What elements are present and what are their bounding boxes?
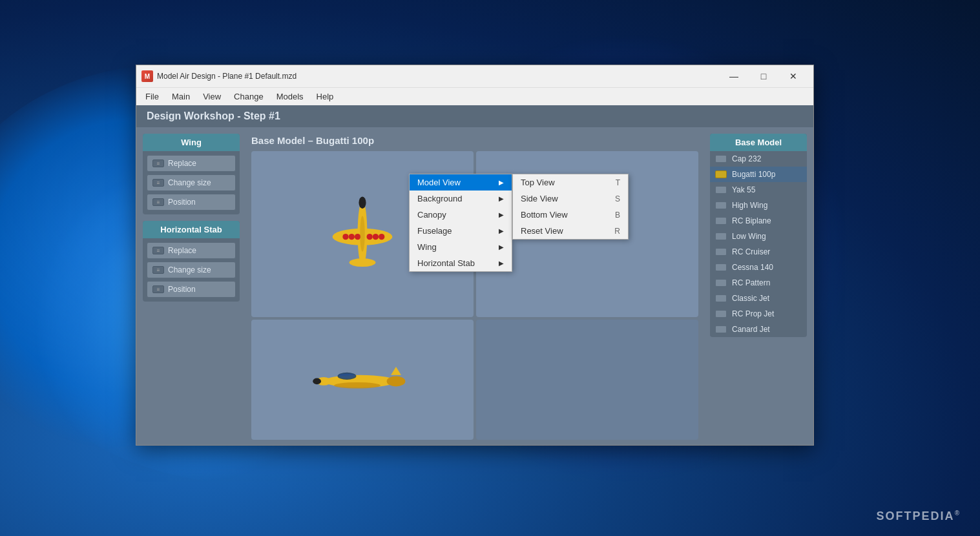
side-view-cell	[251, 320, 474, 440]
model-list-item-lowwing[interactable]: Low Wing	[710, 229, 807, 244]
window-controls: — □ ✕	[719, 65, 808, 87]
svg-point-5	[355, 234, 360, 240]
model-label-classicjet: Classic Jet	[732, 294, 769, 303]
model-icon-highwing	[715, 201, 727, 209]
minimize-button[interactable]: —	[719, 65, 749, 87]
hstab-changesize-button[interactable]: Change size	[147, 262, 236, 278]
bottom-right-cell	[476, 151, 698, 317]
empty-cell	[476, 320, 698, 440]
top-view-cell	[251, 151, 474, 317]
model-label-canardjet: Canard Jet	[732, 325, 770, 334]
model-list-item-rcbiplane[interactable]: RC Biplane	[710, 213, 807, 229]
svg-point-9	[349, 258, 376, 267]
base-model-box: Base Model Cap 232Bugatti 100pYak 55High…	[710, 134, 807, 337]
softpedia-watermark: SOFTPEDIA®	[877, 510, 961, 523]
menu-bar: File Main View Change Models Help	[136, 87, 813, 105]
menu-change[interactable]: Change	[227, 89, 270, 104]
model-icon-cessna140	[715, 263, 727, 271]
wing-section: Wing Replace Change size Position	[143, 134, 240, 214]
model-list-item-bugatti100p[interactable]: Bugatti 100p	[710, 167, 807, 182]
model-list: Cap 232Bugatti 100pYak 55High WingRC Bip…	[710, 151, 807, 337]
horizontal-stab-header: Horizontal Stab	[143, 221, 240, 238]
model-label-rcbiplane: RC Biplane	[732, 216, 771, 225]
left-panel: Wing Replace Change size Position	[136, 127, 246, 445]
model-icon-rcbiplane	[715, 217, 727, 225]
model-list-item-classicjet[interactable]: Classic Jet	[710, 291, 807, 306]
svg-marker-14	[391, 367, 401, 375]
svg-point-1	[359, 197, 366, 209]
model-icon-lowwing	[715, 232, 727, 240]
base-model-header: Base Model	[710, 134, 807, 151]
hstab-replace-icon	[152, 247, 164, 254]
close-button[interactable]: ✕	[778, 65, 808, 87]
preview-grid	[251, 151, 698, 440]
wing-buttons: Replace Change size Position	[143, 151, 240, 214]
menu-view[interactable]: View	[196, 89, 227, 104]
model-label-yak55: Yak 55	[732, 185, 755, 194]
model-list-item-yak55[interactable]: Yak 55	[710, 182, 807, 198]
wing-replace-icon	[152, 160, 164, 167]
model-label-bugatti100p: Bugatti 100p	[732, 170, 775, 179]
svg-point-10	[360, 216, 364, 252]
model-icon-yak55	[715, 186, 727, 194]
model-label-rcpattern: RC Pattern	[732, 278, 770, 287]
model-icon-rcpropjet	[715, 310, 727, 318]
model-icon-rcpattern	[715, 279, 727, 287]
plane-side-view	[311, 360, 414, 399]
wing-section-header: Wing	[143, 134, 240, 151]
svg-point-7	[373, 234, 379, 240]
maximize-button[interactable]: □	[749, 65, 778, 87]
svg-point-3	[342, 234, 348, 240]
window-title: Model Air Design - Plane #1 Default.mzd	[157, 72, 719, 81]
model-icon-canardjet	[715, 325, 727, 333]
step-header: Design Workshop - Step #1	[136, 105, 813, 127]
wing-changesize-icon	[152, 179, 164, 187]
hstab-changesize-icon	[152, 266, 164, 274]
svg-point-16	[334, 382, 381, 389]
model-list-item-highwing[interactable]: High Wing	[710, 198, 807, 213]
model-list-item-rcpattern[interactable]: RC Pattern	[710, 275, 807, 291]
wing-position-button[interactable]: Position	[147, 194, 236, 211]
menu-help[interactable]: Help	[310, 89, 340, 104]
model-list-item-rccruiser[interactable]: RC Cruiser	[710, 244, 807, 260]
model-list-item-rcpropjet[interactable]: RC Prop Jet	[710, 306, 807, 322]
wing-replace-button[interactable]: Replace	[147, 155, 236, 172]
horizontal-stab-buttons: Replace Change size Position	[143, 238, 240, 302]
horizontal-stab-section: Horizontal Stab Replace Change size P	[143, 221, 240, 302]
main-layout: Wing Replace Change size Position	[136, 127, 813, 445]
menu-models[interactable]: Models	[270, 89, 310, 104]
svg-point-4	[349, 234, 355, 240]
model-label-rccruiser: RC Cruiser	[732, 247, 770, 256]
hstab-position-button[interactable]: Position	[147, 281, 236, 298]
hstab-position-icon	[152, 285, 164, 293]
model-icon-bugatti100p	[715, 170, 727, 178]
model-label-rcpropjet: RC Prop Jet	[732, 309, 774, 318]
model-list-item-canardjet[interactable]: Canard Jet	[710, 322, 807, 337]
svg-point-6	[367, 234, 373, 240]
center-panel: Base Model – Bugatti 100p	[246, 127, 704, 445]
right-panel: Base Model Cap 232Bugatti 100pYak 55High…	[704, 127, 813, 445]
title-bar: M Model Air Design - Plane #1 Default.mz…	[136, 65, 813, 87]
model-list-item-cessna140[interactable]: Cessna 140	[710, 260, 807, 275]
svg-point-8	[379, 234, 384, 240]
plane-top-view	[324, 192, 401, 276]
svg-point-13	[313, 378, 321, 384]
model-icon-rccruiser	[715, 248, 727, 256]
model-label-highwing: High Wing	[732, 201, 767, 210]
svg-point-18	[339, 373, 355, 378]
model-icon-cap232	[715, 155, 727, 163]
model-list-item-cap232[interactable]: Cap 232	[710, 151, 807, 167]
menu-main[interactable]: Main	[165, 89, 196, 104]
model-label-cap232: Cap 232	[732, 154, 761, 163]
menu-file[interactable]: File	[139, 89, 165, 104]
wing-changesize-button[interactable]: Change size	[147, 174, 236, 191]
hstab-replace-button[interactable]: Replace	[147, 242, 236, 259]
wing-position-icon	[152, 198, 164, 206]
app-window: M Model Air Design - Plane #1 Default.mz…	[136, 65, 814, 446]
app-icon: M	[141, 70, 153, 82]
model-label-cessna140: Cessna 140	[732, 263, 773, 272]
app-content: Design Workshop - Step #1 Wing Replace C	[136, 105, 813, 445]
model-label: Base Model – Bugatti 100p	[251, 132, 698, 149]
model-icon-classicjet	[715, 294, 727, 302]
model-label-lowwing: Low Wing	[732, 232, 766, 241]
